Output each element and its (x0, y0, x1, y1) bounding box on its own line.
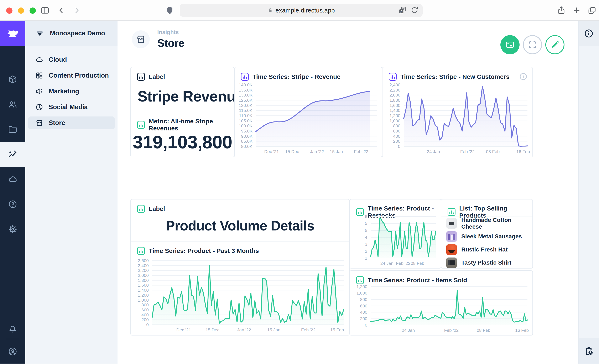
svg-text:16 Feb: 16 Feb (515, 328, 529, 333)
sidebar-info-section[interactable] (579, 21, 599, 46)
panel-timeseries-icon (137, 247, 145, 255)
list-item[interactable]: Tasty Plastic Shirt (441, 256, 532, 269)
address-bar[interactable]: example.directus.app A (180, 4, 423, 17)
product-thumbnail (446, 218, 457, 229)
list-item[interactable]: Sleek Metal Sausages (441, 230, 532, 243)
privacy-shield-icon[interactable] (165, 6, 174, 15)
module-settings-icon[interactable] (0, 217, 25, 242)
panel-timeseries-icon (389, 73, 397, 81)
edit-dashboard-button[interactable] (545, 35, 564, 54)
stripe-new-customers-chart[interactable]: 2,4002,2002,0001,8001,6001,4001,2001,000… (384, 82, 531, 156)
module-cloud-icon[interactable] (0, 167, 25, 192)
svg-text:1,200: 1,200 (389, 113, 400, 118)
panel-header-text: Time Series: Product - Past 3 Months (149, 247, 259, 254)
svg-text:125.0K: 125.0K (238, 98, 253, 103)
list-item[interactable]: Rustic Fresh Hat (441, 243, 532, 256)
product-items-sold-chart[interactable]: 1,2001,000800600400200024 JanFeb '2208 F… (351, 284, 531, 334)
sidebar-item-label: Content Production (49, 72, 109, 79)
clipboard-clock-icon (584, 346, 594, 356)
window-controls[interactable] (6, 8, 36, 14)
svg-text:A: A (400, 10, 403, 13)
dashboard-icon-circle (132, 30, 150, 48)
panel-product-items-sold[interactable]: Time Series: Product - Items Sold 1,2001… (349, 270, 533, 336)
svg-text:Feb '22: Feb '22 (301, 327, 316, 332)
close-window-button[interactable] (6, 8, 12, 14)
svg-text:2,400: 2,400 (138, 263, 149, 268)
svg-text:Jan '22: Jan '22 (237, 327, 251, 332)
lock-icon (267, 8, 273, 13)
present-mode-button[interactable] (500, 35, 520, 54)
right-sidebar (578, 21, 599, 364)
svg-text:800: 800 (393, 123, 400, 128)
svg-text:100.0K: 100.0K (238, 123, 253, 128)
svg-text:800: 800 (141, 302, 149, 307)
svg-text:15 Jan: 15 Jan (330, 149, 343, 154)
stripe-revenue-chart[interactable]: 140.0K135.0K130.0K125.0K120.0K115.0K110.… (236, 82, 380, 156)
list-item[interactable]: Handmade Cotton Cheese (441, 217, 532, 230)
module-users-icon[interactable] (0, 92, 25, 117)
svg-text:2,000: 2,000 (138, 273, 149, 278)
pencil-icon (550, 40, 559, 49)
module-content-icon[interactable] (0, 67, 25, 92)
screen: example.directus.app A (0, 0, 599, 364)
user-avatar-icon[interactable] (0, 339, 25, 364)
info-icon[interactable] (519, 72, 528, 81)
project-switcher[interactable]: Monospace Demo (25, 21, 117, 46)
svg-text:Feb '22: Feb '22 (354, 149, 368, 154)
activity-log-button[interactable] (579, 338, 599, 364)
sidebar-item-social-media[interactable]: Social Media (28, 101, 115, 114)
navigation-panel: Monospace Demo Cloud Content Production … (25, 21, 117, 364)
svg-text:105.0K: 105.0K (238, 118, 253, 123)
panel-stripe-revenue[interactable]: Time Series: Stripe - Revenue 140.0K135.… (234, 67, 382, 157)
directus-logo[interactable] (0, 21, 25, 46)
sidebar-item-marketing[interactable]: Marketing (28, 85, 115, 98)
svg-text:24 Jan: 24 Jan (402, 328, 415, 333)
module-files-icon[interactable] (0, 117, 25, 142)
sidebar-item-content-production[interactable]: Content Production (28, 69, 115, 82)
product-past-3-months-chart[interactable]: 2,6002,4002,2002,0001,8001,6001,4001,200… (132, 258, 347, 334)
stripe-revenues-label: Stripe Revenues (131, 88, 234, 105)
sidebar-item-label: Marketing (49, 88, 79, 95)
fullscreen-button[interactable] (523, 35, 542, 54)
svg-text:800: 800 (360, 297, 367, 302)
sidebar-toggle-icon[interactable] (40, 6, 50, 15)
panel-header-text: Label (149, 73, 165, 80)
svg-text:1,800: 1,800 (138, 278, 149, 283)
zoom-window-button[interactable] (29, 8, 36, 14)
module-help-icon[interactable] (0, 192, 25, 217)
storefront-icon (35, 119, 43, 127)
minimize-window-button[interactable] (18, 8, 24, 14)
product-restocks-chart[interactable]: 655432124 JanFeb '2208 Feb (351, 214, 439, 267)
panel-top-selling-products[interactable]: List: Top Selling Products Handmade Cott… (441, 199, 533, 268)
panel-product-volume[interactable]: Label Product Volume Details Time Series… (130, 199, 350, 336)
new-tab-icon[interactable] (572, 6, 581, 15)
product-volume-label: Product Volume Details (131, 218, 349, 234)
cloud-icon (35, 56, 43, 64)
notifications-bell-icon[interactable] (0, 316, 25, 341)
panel-stripe-new-customers[interactable]: Time Series: Stripe - New Customers 2,40… (382, 67, 533, 157)
svg-text:Dec '21: Dec '21 (264, 149, 279, 154)
svg-text:120.0K: 120.0K (238, 103, 253, 108)
project-name: Monospace Demo (50, 29, 105, 37)
product-thumbnail (446, 231, 457, 242)
sidebar-item-cloud[interactable]: Cloud (28, 53, 115, 66)
svg-text:0: 0 (398, 144, 400, 149)
svg-text:15 Dec: 15 Dec (285, 149, 299, 154)
translate-icon[interactable]: A (398, 6, 407, 15)
main-content: Insights Store Label Stripe Revenues (117, 21, 578, 364)
share-icon[interactable] (557, 6, 566, 15)
sidebar-item-store[interactable]: Store (28, 116, 115, 129)
svg-text:Feb '22: Feb '22 (396, 261, 410, 266)
rabbit-logo-icon (6, 27, 19, 40)
module-insights-icon[interactable] (0, 142, 25, 167)
forward-button[interactable] (72, 6, 81, 15)
back-button[interactable] (57, 6, 66, 15)
breadcrumb[interactable]: Insights (157, 29, 184, 36)
panel-stripe-label[interactable]: Label Stripe Revenues Metric: All-time S… (130, 67, 234, 157)
info-icon (584, 29, 594, 38)
reload-icon[interactable] (410, 6, 419, 15)
tab-overview-icon[interactable] (587, 6, 597, 15)
panel-product-restocks[interactable]: Time Series: Product - Restocks 65543212… (349, 199, 441, 268)
pie-chart-icon (35, 103, 43, 111)
panel-timeseries-icon (356, 276, 364, 284)
